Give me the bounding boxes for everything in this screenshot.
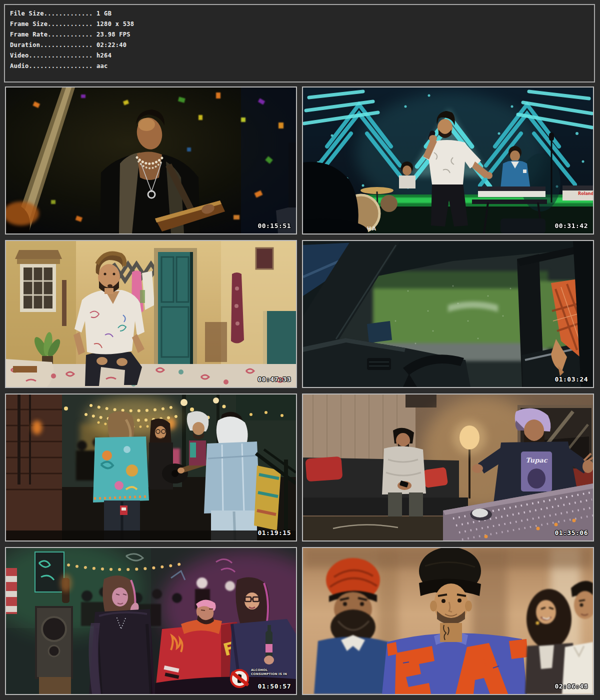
timestamp-overlay: 00:31:42 (554, 222, 588, 230)
media-info-line-duration: Duration.............. 02:22:40 (10, 40, 594, 50)
thumbnail-3-image (6, 241, 296, 387)
thumbnail-1: 00:15:51 (5, 86, 297, 234)
thumbnail-1-image (6, 88, 296, 234)
thumbnail-5-image (6, 394, 296, 540)
timestamp-overlay: 01:50:57 (258, 682, 291, 690)
thumbnail-8: 02:06:48 (302, 547, 594, 695)
media-info-panel: File Size............. 1 GB Frame Size..… (4, 4, 595, 82)
thumbnail-7: F (5, 547, 297, 695)
no-alcohol-text: ALCOHOL CONSUMPTION IS IN (251, 668, 291, 676)
timestamp-overlay: 01:03:24 (554, 376, 588, 383)
timestamp-overlay: 00:47:33 (258, 376, 291, 383)
timestamp-overlay: 01:19:15 (258, 529, 291, 536)
thumbnail-8-image (303, 548, 593, 694)
thumbnail-5: 01:19:15 (5, 394, 297, 542)
media-info-line-framerate: Frame Rate............ 23.98 FPS (10, 30, 594, 40)
media-info-line-audio: Audio................. aac (10, 61, 594, 72)
thumbnail-4: 01:03:24 (302, 240, 594, 388)
roland-keyboard: Roland (562, 186, 593, 200)
thumbnail-4-image (303, 241, 593, 387)
thumbnail-6: Tupac 01:35:06 (302, 394, 594, 542)
window (15, 250, 62, 312)
side-mirror (367, 321, 392, 343)
thumbnail-6-image: Tupac (303, 394, 593, 540)
wall-pipe (62, 280, 66, 326)
timestamp-overlay: 01:35:06 (554, 529, 588, 536)
no-alcohol-icon (230, 669, 249, 688)
thumbnail-3: 00:47:33 (5, 240, 297, 388)
roland-label: Roland (578, 192, 593, 196)
teal-door (154, 248, 197, 365)
media-info-line-video: Video................. h264 (10, 50, 594, 61)
thumbnail-2-image: Roland YAMAHA (303, 88, 593, 234)
media-info-line-framesize: Frame Size............ 1280 x 538 (10, 19, 594, 30)
timestamp-overlay: 02:06:48 (554, 682, 588, 690)
timestamp-overlay: 00:15:51 (258, 222, 291, 230)
thumbnail-2: Roland YAMAHA (302, 86, 594, 234)
media-info-line-filesize: File Size............. 1 GB (10, 8, 594, 19)
shirt-text: Tupac (526, 456, 548, 464)
